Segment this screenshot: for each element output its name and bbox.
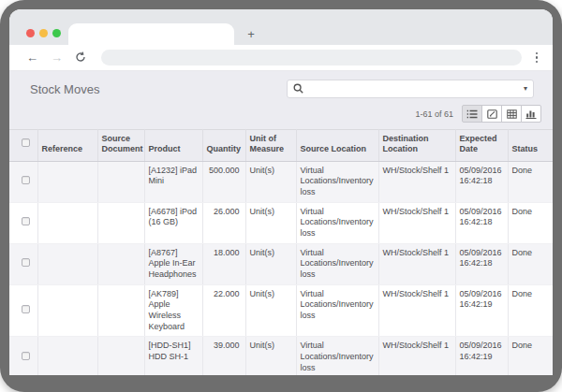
cell-uom: Unit(s): [245, 202, 296, 243]
cell-expected_date: 05/09/2016 16:42:18: [455, 161, 508, 202]
cell-uom: Unit(s): [245, 243, 296, 284]
cell-quantity: 500.000: [202, 161, 245, 202]
cell-reference: [37, 337, 97, 375]
search-icon: [293, 80, 303, 97]
plus-icon: +: [247, 27, 255, 41]
cell-quantity: 18.000: [202, 243, 245, 284]
list-view: ReferenceSource DocumentProductQuantityU…: [9, 129, 553, 375]
cell-product: [A1232] iPad Mini: [144, 161, 202, 202]
cell-destination_location: WH/Stock/Shelf 1: [378, 202, 455, 243]
cell-source_document: [97, 161, 144, 202]
chevron-down-icon[interactable]: ▾: [524, 85, 527, 93]
cell-source_document: [97, 337, 144, 375]
device-frame: + ← → Stock Moves: [0, 0, 562, 392]
search-box[interactable]: ▾: [287, 80, 534, 98]
window-controls: [26, 29, 61, 37]
cell-destination_location: WH/Stock/Shelf 1: [378, 161, 455, 202]
column-header[interactable]: Product: [144, 130, 202, 162]
cell-reference: [37, 284, 97, 337]
cell-status: Done: [508, 337, 553, 375]
cell-product: [A8767] Apple In-Ear Headphones: [144, 243, 202, 284]
maximize-window-icon[interactable]: [52, 29, 61, 37]
cell-status: Done: [508, 284, 553, 337]
cell-destination_location: WH/Stock/Shelf 1: [378, 337, 455, 375]
column-header[interactable]: Status: [508, 130, 553, 162]
cell-status: Done: [508, 243, 553, 284]
cell-source_location: Virtual Locations/Inventory loss: [296, 202, 378, 243]
cell-expected_date: 05/09/2016 16:42:19: [455, 337, 508, 375]
cell-quantity: 39.000: [202, 337, 245, 375]
browser-tab[interactable]: [68, 23, 234, 45]
search-input[interactable]: [308, 84, 519, 94]
cell-product: [HDD-SH1] HDD SH-1: [144, 337, 202, 375]
column-header[interactable]: Source Document: [97, 130, 144, 162]
table-row[interactable]: [A1232] iPad Mini500.000Unit(s)Virtual L…: [9, 161, 553, 202]
view-switcher: [462, 105, 541, 123]
cell-source_location: Virtual Locations/Inventory loss: [296, 337, 378, 375]
new-tab-button[interactable]: +: [240, 23, 262, 45]
reload-icon[interactable]: [75, 51, 86, 65]
table-row[interactable]: [A8767] Apple In-Ear Headphones18.000Uni…: [9, 243, 553, 284]
pager-area: 1-61 of 61: [9, 98, 553, 129]
app-content: Stock Moves ▾ 1-61 of 61: [9, 71, 553, 375]
cell-uom: Unit(s): [245, 161, 296, 202]
cell-reference: [37, 202, 97, 243]
address-bar[interactable]: [101, 50, 522, 65]
column-header[interactable]: Destination Location: [378, 130, 455, 162]
minimize-window-icon[interactable]: [39, 29, 48, 37]
page-title: Stock Moves: [30, 82, 99, 96]
column-header[interactable]: Unit of Measure: [245, 130, 296, 162]
cell-reference: [37, 243, 97, 284]
cell-status: Done: [508, 202, 553, 243]
stock-moves-table: ReferenceSource DocumentProductQuantityU…: [9, 129, 553, 375]
cell-product: [A6678] iPod (16 GB): [144, 202, 202, 243]
cell-expected_date: 05/09/2016 16:42:18: [455, 202, 508, 243]
close-window-icon[interactable]: [26, 29, 35, 37]
cell-destination_location: WH/Stock/Shelf 1: [378, 284, 455, 337]
table-row[interactable]: [AK789] Apple Wireless Keyboard22.000Uni…: [9, 284, 553, 337]
tab-bar: +: [9, 9, 553, 45]
form-view-button[interactable]: [481, 105, 502, 123]
grid-view-button[interactable]: [501, 105, 522, 123]
cell-product: [AK789] Apple Wireless Keyboard: [144, 284, 202, 337]
cell-uom: Unit(s): [245, 284, 296, 337]
cell-source_document: [97, 202, 144, 243]
table-row[interactable]: [A6678] iPod (16 GB)26.000Unit(s)Virtual…: [9, 202, 553, 243]
back-icon[interactable]: ←: [26, 51, 38, 64]
cell-reference: [37, 161, 97, 202]
list-view-button[interactable]: [462, 105, 482, 123]
cell-uom: Unit(s): [245, 337, 296, 375]
cell-quantity: 26.000: [202, 202, 245, 243]
cell-source_document: [97, 284, 144, 337]
table-header-row: ReferenceSource DocumentProductQuantityU…: [9, 130, 553, 162]
cell-source_location: Virtual Locations/Inventory loss: [296, 284, 378, 337]
cell-source_location: Virtual Locations/Inventory loss: [296, 161, 378, 202]
row-checkbox[interactable]: [22, 305, 30, 313]
browser-toolbar: ← →: [9, 45, 553, 71]
table-row[interactable]: [HDD-SH1] HDD SH-139.000Unit(s)Virtual L…: [9, 337, 553, 375]
row-checkbox[interactable]: [22, 176, 30, 184]
column-header[interactable]: Quantity: [202, 130, 245, 162]
browser-menu-icon[interactable]: [534, 51, 540, 65]
cell-expected_date: 05/09/2016 16:42:19: [455, 284, 508, 337]
cell-source_location: Virtual Locations/Inventory loss: [296, 243, 378, 284]
stock-moves-table-body: [A1232] iPad Mini500.000Unit(s)Virtual L…: [9, 161, 553, 375]
cell-destination_location: WH/Stock/Shelf 1: [378, 243, 455, 284]
graph-view-button[interactable]: [521, 105, 541, 123]
browser-window: + ← → Stock Moves: [9, 9, 553, 375]
row-checkbox[interactable]: [22, 258, 30, 267]
select-all-checkbox[interactable]: [22, 138, 30, 147]
column-header[interactable]: Expected Date: [455, 130, 508, 162]
cell-expected_date: 05/09/2016 16:42:18: [455, 243, 508, 284]
column-header[interactable]: Reference: [37, 130, 97, 162]
column-header[interactable]: Source Location: [296, 130, 378, 162]
cell-quantity: 22.000: [202, 284, 245, 337]
row-checkbox[interactable]: [22, 352, 30, 360]
forward-icon[interactable]: →: [51, 51, 63, 64]
control-panel: Stock Moves ▾: [9, 71, 553, 98]
row-checkbox[interactable]: [22, 217, 30, 225]
cell-status: Done: [508, 161, 553, 202]
cell-source_document: [97, 243, 144, 284]
pager-range: 1-61 of 61: [415, 109, 453, 119]
